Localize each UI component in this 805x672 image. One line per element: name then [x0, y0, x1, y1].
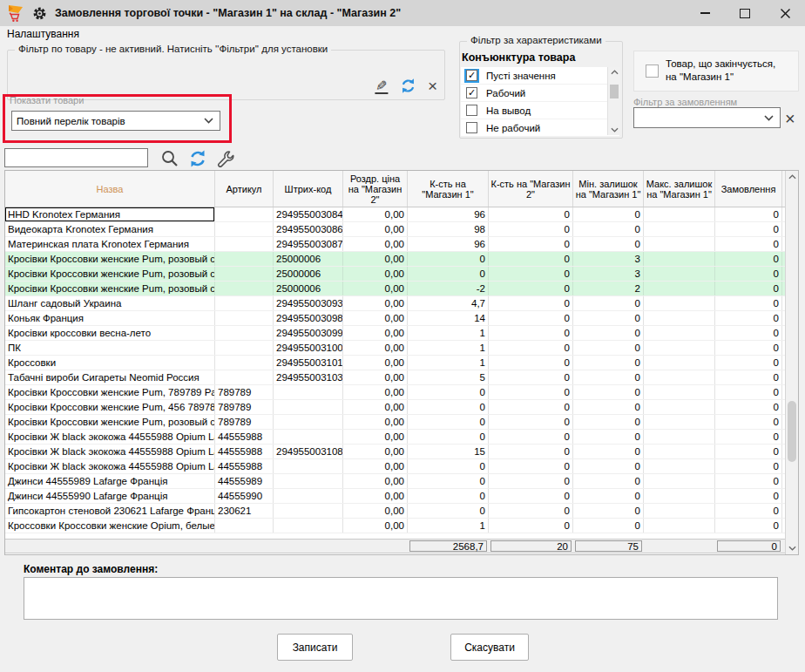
cell-name[interactable]: Кросівки Ж black экокожа 44555988 Opium …	[5, 445, 215, 458]
cell-barcode[interactable]: 25000006	[274, 267, 343, 281]
cell-name[interactable]: Кросівки Кроссовки женские Pum, розовый …	[5, 415, 215, 429]
cell-min[interactable]: 0	[573, 504, 644, 518]
cell-name[interactable]: Коньяк Франция	[5, 311, 215, 325]
cell-order[interactable]: 0	[715, 474, 782, 488]
cell-name[interactable]: Кросівки Кроссовки женские Pum, розовый …	[5, 267, 215, 281]
cell-min[interactable]: 0	[573, 459, 644, 473]
cell-qty2[interactable]: 0	[489, 296, 573, 310]
cell-qty1[interactable]: 0	[408, 385, 489, 399]
table-row[interactable]: HHD Kronotex Германия29495500308470,0096…	[5, 207, 798, 222]
cell-max[interactable]	[644, 489, 715, 503]
cell-qty1[interactable]: 98	[408, 222, 489, 236]
cell-min[interactable]: 0	[573, 341, 644, 355]
cell-barcode[interactable]: 2949550031004	[274, 341, 343, 355]
cell-min[interactable]: 0	[573, 430, 644, 444]
cell-name[interactable]: Кроссовки	[5, 356, 215, 370]
refresh-table-icon[interactable]	[188, 149, 207, 168]
cell-barcode[interactable]: 2949550030984	[274, 311, 343, 325]
cell-min[interactable]: 0	[573, 207, 644, 221]
cell-name[interactable]: Джинси 44555990 Lafarge Франція	[5, 489, 215, 503]
cell-qty2[interactable]: 0	[489, 341, 573, 355]
cell-max[interactable]	[644, 400, 715, 414]
column-header[interactable]: Макс. залишок на "Магазин 1"	[644, 171, 715, 207]
cell-sku[interactable]	[215, 222, 274, 236]
cell-qty2[interactable]: 0	[489, 370, 573, 384]
cell-barcode[interactable]: 2949550030861	[274, 222, 343, 236]
cell-qty1[interactable]: 0	[408, 459, 489, 473]
cell-qty1[interactable]: 1	[408, 326, 489, 340]
cell-qty1[interactable]: 0	[408, 400, 489, 414]
cell-sku[interactable]	[215, 311, 274, 325]
cell-qty2[interactable]: 0	[489, 459, 573, 473]
cell-order[interactable]: 0	[715, 356, 782, 370]
cell-price[interactable]: 0,00	[343, 252, 408, 266]
cell-price[interactable]: 0,00	[343, 222, 408, 236]
cell-price[interactable]: 0,00	[343, 489, 408, 503]
column-header[interactable]: Штрих-код	[274, 171, 343, 207]
cell-order[interactable]: 0	[715, 489, 782, 503]
cell-qty2[interactable]: 0	[489, 356, 573, 370]
refresh-filter-icon[interactable]	[400, 78, 416, 94]
wrench-icon[interactable]	[216, 149, 235, 168]
table-row[interactable]: Джинси 44555990 Lafarge Франція445559900…	[5, 489, 798, 504]
table-row[interactable]: Кросівки Ж black экокожа 44555988 Opium …	[5, 459, 798, 474]
table-row[interactable]: Кросівки Кроссовки женские Pum, розовый …	[5, 267, 798, 282]
cell-max[interactable]	[644, 222, 715, 236]
cell-price[interactable]: 0,00	[343, 519, 408, 533]
cell-sku[interactable]: 44555988	[215, 445, 274, 458]
cell-barcode[interactable]	[274, 400, 343, 414]
cell-barcode[interactable]: 2949550030991	[274, 326, 343, 340]
cell-sku[interactable]: 44555988	[215, 459, 274, 473]
cell-name[interactable]: Табачні вироби Сигареты Neomid Россия	[5, 370, 215, 384]
cell-price[interactable]: 0,00	[343, 267, 408, 281]
scrollbar-thumb[interactable]	[788, 401, 796, 462]
cell-price[interactable]: 0,00	[343, 459, 408, 473]
characteristic-option[interactable]: На вывод	[461, 102, 619, 119]
cell-qty2[interactable]: 0	[489, 326, 573, 340]
cell-order[interactable]: 0	[715, 311, 782, 325]
search-input[interactable]	[4, 148, 148, 167]
ending-product-checkbox[interactable]	[646, 64, 659, 78]
cell-max[interactable]	[644, 370, 715, 384]
cell-qty1[interactable]: -2	[408, 282, 489, 295]
cell-min[interactable]: 0	[573, 445, 644, 458]
cell-price[interactable]: 0,00	[343, 474, 408, 488]
characteristic-option[interactable]: ✓Рабочий	[461, 85, 619, 102]
cell-price[interactable]: 0,00	[343, 445, 408, 458]
cell-order[interactable]: 0	[715, 519, 782, 533]
cell-name[interactable]: Гипсокартон стеновой 230621 Lafarge Фран…	[5, 504, 215, 518]
cell-min[interactable]: 0	[573, 519, 644, 533]
cell-sku[interactable]: 789789	[215, 415, 274, 429]
cell-sku[interactable]	[215, 252, 274, 266]
cell-qty1[interactable]: 14	[408, 311, 489, 325]
cell-name[interactable]: HHD Kronotex Германия	[5, 207, 215, 221]
scroll-down-icon[interactable]	[788, 545, 796, 552]
cell-max[interactable]	[644, 341, 715, 355]
table-row[interactable]: Коньяк Франция29495500309840,0014000	[5, 311, 798, 326]
cell-name[interactable]: Кросівки Ж black экокожа 44555988 Opium …	[5, 459, 215, 473]
cell-min[interactable]: 0	[573, 370, 644, 384]
cell-max[interactable]	[644, 296, 715, 310]
characteristics-scrollbar[interactable]	[607, 67, 620, 135]
cell-qty1[interactable]: 96	[408, 237, 489, 251]
cell-sku[interactable]: 44555989	[215, 474, 274, 488]
cell-max[interactable]	[644, 252, 715, 266]
cell-price[interactable]: 0,00	[343, 430, 408, 444]
cell-name[interactable]: Джинси 44555989 Lafarge Франція	[5, 474, 215, 488]
cell-min[interactable]: 0	[573, 474, 644, 488]
cell-qty1[interactable]: 0	[408, 267, 489, 281]
cell-qty1[interactable]: 4,7	[408, 296, 489, 310]
cell-order[interactable]: 0	[715, 445, 782, 458]
cell-barcode[interactable]: 2949550030878	[274, 237, 343, 251]
show-products-combobox[interactable]: Повний перелік товарів	[11, 111, 220, 131]
table-row[interactable]: ПК29495500310040,001000	[5, 341, 798, 356]
cell-name[interactable]: Шланг садовый Украина	[5, 296, 215, 310]
cell-price[interactable]: 0,00	[343, 341, 408, 355]
cell-order[interactable]: 0	[715, 207, 782, 221]
comment-textarea[interactable]	[24, 577, 778, 620]
cell-qty2[interactable]: 0	[489, 400, 573, 414]
cell-price[interactable]: 0,00	[343, 237, 408, 251]
cell-qty2[interactable]: 0	[489, 311, 573, 325]
cell-sku[interactable]	[215, 326, 274, 340]
cell-sku[interactable]	[215, 370, 274, 384]
